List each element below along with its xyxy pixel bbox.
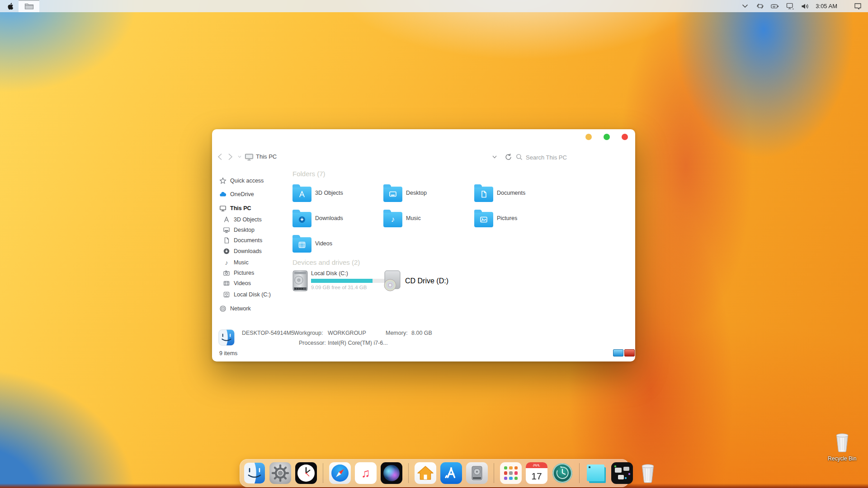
network-icon[interactable] xyxy=(786,2,794,10)
address-dropdown-chevron-icon[interactable] xyxy=(492,152,497,161)
download-icon xyxy=(223,248,230,255)
minimize-button[interactable] xyxy=(585,134,592,140)
folder-icon xyxy=(292,187,311,202)
dock-app-store-icon[interactable] xyxy=(440,462,462,484)
folder-tile-documents[interactable]: Documents xyxy=(474,183,561,203)
zoom-button[interactable] xyxy=(604,134,610,140)
dock: ♫ JUL 17 xyxy=(240,459,629,487)
volume-icon[interactable] xyxy=(801,2,809,10)
folder-icon xyxy=(292,212,311,227)
computer-name: DESKTOP-54914M5 xyxy=(242,330,294,336)
folder-tile-downloads[interactable]: Downloads xyxy=(292,208,379,229)
folder-icon xyxy=(292,237,311,253)
dock-launchpad-icon[interactable] xyxy=(500,462,522,484)
folder-icon xyxy=(24,2,34,10)
monitor-icon xyxy=(219,205,226,212)
dock-stickies-icon[interactable] xyxy=(585,462,607,484)
workgroup-value: WORKGROUP xyxy=(328,330,366,336)
dock-settings-icon[interactable] xyxy=(269,462,291,484)
sidebar-item-this-pc[interactable]: This PC xyxy=(219,204,251,213)
rotation-lock-icon[interactable] xyxy=(756,2,764,10)
explorer-window: This PC Quick access OneDrive This PC 3D… xyxy=(212,129,635,361)
battery-icon[interactable] xyxy=(771,2,779,10)
dock-disk-utility-icon[interactable] xyxy=(466,462,488,484)
folder-icon xyxy=(474,187,493,202)
calendar-month: JUL xyxy=(526,462,547,468)
sidebar-item-documents[interactable]: Documents xyxy=(223,236,262,245)
dock-separator xyxy=(408,463,409,483)
this-pc-icon xyxy=(245,152,254,161)
apple-menu-icon[interactable] xyxy=(6,2,14,10)
items-count: 9 items xyxy=(219,350,237,357)
dock-music-icon[interactable]: ♫ xyxy=(355,462,377,484)
hard-drive-icon xyxy=(292,270,308,291)
details-view-button[interactable] xyxy=(613,349,623,357)
dock-separator xyxy=(579,463,580,483)
folder-icon xyxy=(383,187,402,202)
folder-icon: ♪ xyxy=(383,212,402,227)
dock-clock-icon[interactable] xyxy=(295,462,317,484)
desktop-icon xyxy=(223,226,230,234)
icons-view-button[interactable] xyxy=(624,349,635,357)
forward-button[interactable] xyxy=(228,152,233,161)
refresh-button[interactable] xyxy=(505,152,512,161)
processor-value: Intel(R) Core(TM) i7-6... xyxy=(328,340,388,346)
dock-home-icon[interactable] xyxy=(415,462,436,484)
folder-tile-pictures[interactable]: Pictures xyxy=(474,208,561,229)
search-input[interactable] xyxy=(525,152,622,163)
dock-siri-icon[interactable] xyxy=(381,462,402,484)
drive-tile-cd[interactable]: CD Drive (D:) xyxy=(382,270,448,291)
dock-mission-control-icon[interactable] xyxy=(611,462,633,484)
menu-bar: 3:05 AM xyxy=(0,0,868,12)
dock-separator xyxy=(494,463,494,483)
dock-safari-icon[interactable] xyxy=(329,462,351,484)
action-center-icon[interactable] xyxy=(854,2,862,10)
dock-calendar-icon[interactable]: JUL 17 xyxy=(526,462,547,484)
back-button[interactable] xyxy=(217,152,222,161)
folder-tile-videos[interactable]: Videos xyxy=(292,233,379,254)
workgroup-label: Workgroup: xyxy=(294,330,323,336)
sidebar-item-videos[interactable]: Videos xyxy=(223,279,251,288)
system-tray: 3:05 AM xyxy=(741,2,868,10)
recent-locations-chevron-icon[interactable] xyxy=(238,152,241,161)
active-app-button[interactable] xyxy=(19,0,39,12)
disk-usage-fill xyxy=(311,279,373,283)
sidebar-item-pictures[interactable]: Pictures xyxy=(223,268,254,277)
dock-finder-icon[interactable] xyxy=(244,462,265,484)
music-note-glyph: ♫ xyxy=(355,462,377,484)
hidden-icons-chevron-icon[interactable] xyxy=(741,2,749,10)
folder-tile-music[interactable]: ♪ Music xyxy=(383,208,470,229)
calendar-day: 17 xyxy=(526,468,547,484)
network-globe-icon xyxy=(219,305,226,312)
cloud-icon xyxy=(219,191,226,198)
sidebar-item-network[interactable]: Network xyxy=(219,304,251,313)
breadcrumb[interactable]: This PC xyxy=(256,153,277,160)
desktop: 3:05 AM This PC Quick ac xyxy=(0,0,868,488)
sidebar-item-3d-objects[interactable]: 3D Objects xyxy=(223,215,262,224)
sidebar-item-local-disk[interactable]: Local Disk (C:) xyxy=(223,290,271,299)
3d-objects-icon xyxy=(223,216,230,223)
dock-time-machine-icon[interactable] xyxy=(552,462,573,484)
document-icon xyxy=(223,237,230,244)
star-icon xyxy=(219,177,226,184)
film-icon xyxy=(223,280,230,287)
sidebar-item-quick-access[interactable]: Quick access xyxy=(219,176,264,185)
memory-value: 8.00 GB xyxy=(411,330,432,336)
search-icon xyxy=(516,152,523,161)
sidebar-item-desktop[interactable]: Desktop xyxy=(223,225,255,235)
folder-icon xyxy=(474,212,493,227)
trash-icon xyxy=(833,432,851,453)
dock-trash-icon[interactable] xyxy=(637,462,659,484)
recycle-bin[interactable]: Recycle Bin xyxy=(824,432,861,462)
folder-tile-desktop[interactable]: Desktop xyxy=(383,183,470,203)
close-button[interactable] xyxy=(622,134,628,140)
sidebar-item-onedrive[interactable]: OneDrive xyxy=(219,190,254,199)
music-note-glyph: ♪ xyxy=(383,212,402,227)
processor-label: Processor: xyxy=(299,340,326,346)
dock-separator xyxy=(323,463,323,483)
menu-bar-clock[interactable]: 3:05 AM xyxy=(816,3,837,9)
sidebar-item-music[interactable]: ♪ Music xyxy=(223,258,249,267)
recycle-bin-label: Recycle Bin xyxy=(824,455,861,462)
sidebar-item-downloads[interactable]: Downloads xyxy=(223,247,262,256)
folder-tile-3d-objects[interactable]: 3D Objects xyxy=(292,183,379,203)
